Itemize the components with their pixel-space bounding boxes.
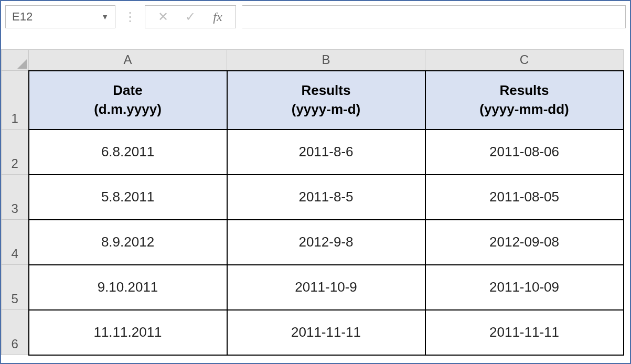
enter-icon[interactable]: ✓ [183,9,198,24]
header-text: (d.m.yyyy) [33,100,223,119]
formula-input[interactable] [242,5,626,28]
cell-B4[interactable]: 2012-9-8 [227,220,425,265]
header-text: Date [33,81,223,100]
header-text: Results [231,81,422,100]
cell-A1[interactable]: Date (d.m.yyyy) [29,71,227,130]
name-box-value: E12 [12,10,33,24]
divider-icon: ⋮ [122,9,138,24]
name-box[interactable]: E12 ▼ [5,5,115,28]
row-header-5[interactable]: 5 [2,265,29,310]
cell-C4[interactable]: 2012-09-08 [425,220,624,265]
table-row: 2 6.8.2011 2011-8-6 2011-08-06 [2,130,624,175]
cell-A6[interactable]: 11.11.2011 [29,310,227,355]
formula-bar-buttons: ✕ ✓ fx [145,5,236,28]
cell-C6[interactable]: 2011-11-11 [425,310,624,355]
table-row: 4 8.9.2012 2012-9-8 2012-09-08 [2,220,624,265]
table-row: 6 11.11.2011 2011-11-11 2011-11-11 [2,310,624,355]
chevron-down-icon[interactable]: ▼ [101,13,109,21]
cell-A2[interactable]: 6.8.2011 [29,130,227,175]
cell-B6[interactable]: 2011-11-11 [227,310,425,355]
fx-icon[interactable]: fx [210,10,225,24]
column-header-A[interactable]: A [29,50,227,71]
cell-B2[interactable]: 2011-8-6 [227,130,425,175]
cell-B1[interactable]: Results (yyyy-m-d) [227,71,425,130]
row-header-6[interactable]: 6 [2,310,29,355]
cancel-icon[interactable]: ✕ [156,9,170,24]
row-header-4[interactable]: 4 [2,220,29,265]
cell-A5[interactable]: 9.10.2011 [29,265,227,310]
select-all-icon [17,59,27,69]
select-all-corner[interactable] [2,50,29,71]
cell-B5[interactable]: 2011-10-9 [227,265,425,310]
spreadsheet-grid: A B C 1 Date (d.m.yyyy) Results (yyyy-m-… [1,49,630,356]
table-row: 3 5.8.2011 2011-8-5 2011-08-05 [2,175,624,220]
formula-bar: E12 ▼ ⋮ ✕ ✓ fx [1,1,630,33]
row-header-1[interactable]: 1 [2,71,29,130]
table-row: 1 Date (d.m.yyyy) Results (yyyy-m-d) Res… [2,71,624,130]
row-header-2[interactable]: 2 [2,130,29,175]
row-header-3[interactable]: 3 [2,175,29,220]
header-text: (yyyy-m-d) [231,100,422,119]
column-header-B[interactable]: B [227,50,425,71]
column-header-C[interactable]: C [425,50,624,71]
cell-A4[interactable]: 8.9.2012 [29,220,227,265]
cell-A3[interactable]: 5.8.2011 [29,175,227,220]
header-text: Results [429,81,620,100]
cell-C5[interactable]: 2011-10-09 [425,265,624,310]
cell-C1[interactable]: Results (yyyy-mm-dd) [425,71,624,130]
header-text: (yyyy-mm-dd) [429,100,620,119]
column-header-row: A B C [2,50,624,71]
cell-C3[interactable]: 2011-08-05 [425,175,624,220]
cell-B3[interactable]: 2011-8-5 [227,175,425,220]
cell-C2[interactable]: 2011-08-06 [425,130,624,175]
table-row: 5 9.10.2011 2011-10-9 2011-10-09 [2,265,624,310]
